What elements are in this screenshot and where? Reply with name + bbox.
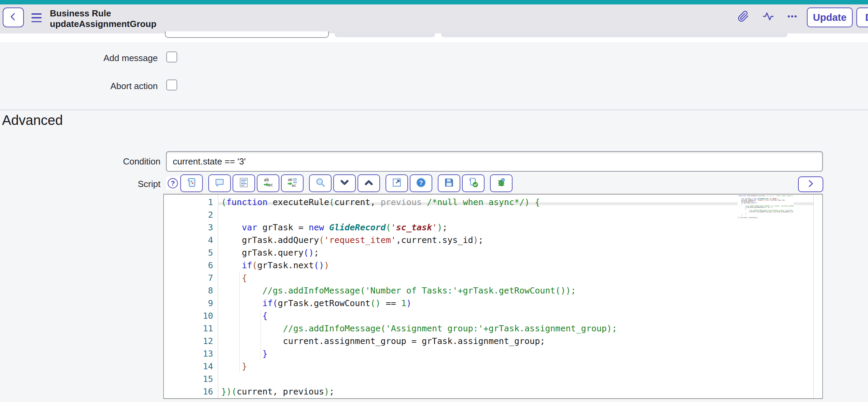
- code-line: var grTask = new GlideRecord('sc_task');: [221, 221, 822, 234]
- replace-button[interactable]: abac: [257, 174, 279, 192]
- activity-button[interactable]: [762, 11, 774, 23]
- activity-pulse-icon: [762, 11, 774, 24]
- find-previous-icon: [363, 177, 374, 189]
- svg-text:?: ?: [419, 180, 423, 186]
- svg-text:ac: ac: [292, 183, 296, 188]
- svg-text:ac: ac: [268, 183, 273, 187]
- syntax-check-button[interactable]: [462, 174, 485, 192]
- line-number: 2: [164, 209, 218, 221]
- code-line: grTask.query();: [221, 246, 822, 259]
- line-number: 1: [164, 196, 218, 209]
- editor-gutter: 12345678910111213141516: [164, 195, 218, 398]
- svg-text:ab: ab: [264, 177, 269, 182]
- save-script-icon: [444, 177, 454, 189]
- code-line: grTask.addQuery('request_item',current.s…: [221, 234, 822, 246]
- line-number: 6: [164, 259, 218, 272]
- code-line: current.assignment_group = grTask.assign…: [221, 335, 822, 347]
- more-options-button[interactable]: [786, 11, 798, 23]
- top-accent-bar: [0, 0, 868, 4]
- attachment-button[interactable]: [737, 11, 750, 23]
- toolbar-group: [180, 174, 203, 192]
- line-number: 7: [164, 272, 218, 284]
- open-in-window-icon: [391, 177, 402, 189]
- code-line: (function executeRule(current, previous …: [221, 196, 822, 209]
- line-number: 11: [164, 322, 218, 335]
- script-help-button[interactable]: ?: [166, 176, 180, 190]
- find-previous-button[interactable]: [358, 174, 380, 192]
- record-name: updateAssignmentGroup: [50, 19, 156, 29]
- cutoff-field-bottom-2: [441, 31, 787, 37]
- editor-scrollbar-track[interactable]: [813, 195, 814, 398]
- code-line: //gs.addInfoMessage('Number of Tasks:'+g…: [221, 284, 822, 297]
- advanced-section-heading: Advanced: [2, 113, 63, 128]
- debug-icon: [496, 177, 507, 189]
- syntax-editor-toggle-icon: [186, 177, 197, 189]
- question-circle-icon: ?: [168, 178, 178, 188]
- business-rule-page: Business Rule updateAssignmentGroup Upda…: [0, 0, 868, 402]
- paperclip-icon: [738, 11, 749, 24]
- replace-icon: abac: [263, 177, 274, 189]
- line-number: 12: [164, 335, 218, 347]
- search-button[interactable]: [309, 174, 332, 192]
- format-code-icon: [238, 177, 249, 189]
- line-number: 3: [164, 221, 218, 234]
- chevron-right-icon: [806, 179, 815, 190]
- page-title: Business Rule updateAssignmentGroup: [50, 8, 156, 29]
- add-message-checkbox[interactable]: [166, 52, 177, 62]
- code-line: })(current, previous);: [221, 385, 822, 398]
- save-script-button[interactable]: [438, 174, 460, 192]
- editor-code-area[interactable]: (function executeRule(current, previous …: [219, 195, 822, 398]
- line-number: 4: [164, 234, 218, 246]
- line-number: 15: [164, 373, 218, 385]
- line-number: 10: [164, 310, 218, 322]
- debug-button[interactable]: [490, 174, 513, 192]
- abort-action-checkbox[interactable]: [166, 80, 177, 90]
- context-menu-icon[interactable]: [31, 13, 42, 22]
- toggle-comment-icon: [214, 177, 225, 189]
- section-divider: [0, 110, 868, 110]
- line-number: 13: [164, 347, 218, 360]
- syntax-editor-toggle-button[interactable]: [180, 174, 203, 192]
- line-number: 16: [164, 385, 218, 398]
- condition-label: Condition: [51, 156, 160, 167]
- svg-text:ab: ab: [288, 177, 293, 182]
- toolbar-group: [490, 174, 513, 192]
- toolbar-group: abacabac: [208, 174, 304, 192]
- code-line: [221, 209, 822, 221]
- replace-all-icon: abac: [287, 177, 298, 189]
- code-line: }: [221, 347, 822, 360]
- find-next-button[interactable]: [333, 174, 356, 192]
- search-icon: [315, 177, 326, 189]
- script-editor-toolbar: abacabac?: [180, 174, 513, 192]
- condition-input[interactable]: current.state == '3': [166, 151, 823, 172]
- editor-minimap: (function executeRule(current, previous …: [738, 195, 794, 220]
- toggle-comment-button[interactable]: [208, 174, 231, 192]
- expand-script-button[interactable]: [798, 176, 823, 192]
- ellipsis-icon: [786, 11, 798, 24]
- minimap-line: (function executeRule(current, previous …: [738, 195, 794, 197]
- open-in-window-button[interactable]: [386, 174, 408, 192]
- code-line: }: [221, 360, 822, 373]
- line-number: 9: [164, 297, 218, 310]
- script-editor[interactable]: 12345678910111213141516 (function execut…: [163, 194, 823, 399]
- code-line: [221, 373, 822, 385]
- syntax-check-icon: [468, 177, 479, 189]
- editor-help-button[interactable]: ?: [410, 174, 432, 192]
- abort-action-label: Abort action: [51, 81, 158, 91]
- condition-value: current.state == '3': [173, 156, 246, 167]
- code-line: //gs.addInfoMessage('Assignment group:'+…: [221, 322, 822, 335]
- header-bar: Business Rule updateAssignmentGroup Upda…: [0, 4, 868, 34]
- editor-help-icon: ?: [416, 177, 426, 189]
- code-line: {: [221, 272, 822, 284]
- add-message-label: Add message: [51, 53, 158, 63]
- replace-all-button[interactable]: abac: [281, 174, 304, 192]
- code-line: if(grTask.next()): [221, 259, 822, 272]
- back-button[interactable]: [3, 8, 24, 27]
- code-line: if(grTask.getRowCount() == 1): [221, 297, 822, 310]
- delete-button-partial[interactable]: D: [856, 8, 868, 27]
- format-code-button[interactable]: [233, 174, 255, 192]
- toolbar-group: ?: [386, 174, 432, 192]
- line-number: 5: [164, 246, 218, 259]
- update-button[interactable]: Update: [807, 8, 853, 27]
- toolbar-group: [438, 174, 485, 192]
